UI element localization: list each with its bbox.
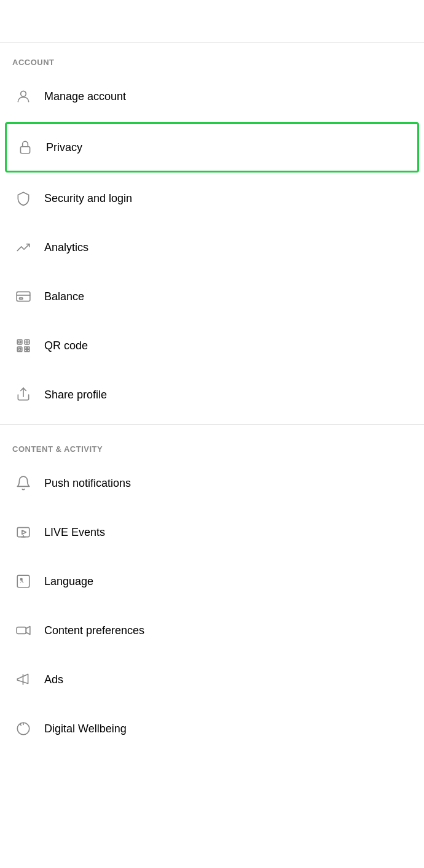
svg-rect-12 [25, 347, 26, 349]
svg-line-26 [20, 724, 22, 725]
shield-icon [12, 187, 34, 209]
svg-rect-14 [25, 350, 26, 352]
menu-item-push-notifications[interactable]: Push notifications [0, 459, 424, 508]
svg-text:A: A [20, 578, 25, 584]
menu-label-live-events: LIVE Events [44, 526, 105, 539]
back-button[interactable] [12, 19, 17, 24]
video-icon [12, 619, 34, 641]
svg-rect-23 [17, 627, 26, 634]
menu-item-security-login[interactable]: Security and login [0, 174, 424, 223]
svg-rect-5 [17, 339, 22, 344]
svg-rect-2 [17, 292, 30, 301]
lock-icon [14, 136, 36, 158]
section-label-content-activity: CONTENT & ACTIVITY [0, 430, 424, 459]
svg-rect-1 [20, 147, 29, 153]
ads-icon [12, 668, 34, 691]
user-icon [12, 85, 34, 107]
menu-label-privacy: Privacy [46, 141, 82, 154]
section-label-account: ACCOUNT [0, 43, 424, 72]
menu-label-digital-wellbeing: Digital Wellbeing [44, 723, 127, 735]
menu-item-qr-code[interactable]: QR code [0, 321, 424, 370]
menu-label-manage-account: Manage account [44, 90, 126, 103]
menu-item-content-preferences[interactable]: Content preferences [0, 606, 424, 655]
svg-rect-4 [20, 298, 23, 299]
svg-rect-6 [25, 339, 29, 344]
svg-rect-15 [28, 347, 29, 349]
menu-item-balance[interactable]: Balance [0, 272, 424, 321]
menu-item-privacy[interactable]: Privacy [5, 122, 419, 172]
menu-label-qr-code: QR code [44, 339, 88, 352]
menu-label-security-login: Security and login [44, 192, 132, 205]
svg-marker-24 [26, 627, 30, 635]
language-icon: A [12, 570, 34, 592]
menu-item-ads[interactable]: Ads [0, 655, 424, 704]
qr-icon [12, 335, 34, 357]
menu-label-balance: Balance [44, 290, 84, 303]
svg-marker-18 [22, 530, 26, 535]
menu-item-digital-wellbeing[interactable]: Digital Wellbeing [0, 704, 424, 753]
menu-label-language: Language [44, 575, 93, 588]
section-divider [0, 424, 424, 425]
balance-icon [12, 285, 34, 308]
svg-point-0 [21, 91, 26, 96]
live-icon [12, 521, 34, 543]
menu-item-share-profile[interactable]: Share profile [0, 370, 424, 419]
menu-label-content-preferences: Content preferences [44, 624, 144, 637]
header [0, 0, 424, 43]
svg-rect-8 [18, 341, 20, 343]
menu-label-share-profile: Share profile [44, 389, 107, 401]
svg-rect-9 [26, 341, 28, 343]
svg-rect-10 [18, 348, 20, 350]
menu-label-ads: Ads [44, 673, 63, 686]
bell-icon [12, 472, 34, 494]
menu-item-language[interactable]: ALanguage [0, 557, 424, 606]
menu-item-live-events[interactable]: LIVE Events [0, 508, 424, 557]
wellbeing-icon [12, 718, 34, 740]
svg-rect-13 [28, 350, 29, 352]
menu-label-push-notifications: Push notifications [44, 477, 131, 490]
menu-item-analytics[interactable]: Analytics [0, 223, 424, 272]
analytics-icon [12, 236, 34, 258]
share-icon [12, 384, 34, 406]
svg-rect-7 [17, 347, 22, 352]
menu-label-analytics: Analytics [44, 241, 88, 254]
menu-item-manage-account[interactable]: Manage account [0, 72, 424, 121]
